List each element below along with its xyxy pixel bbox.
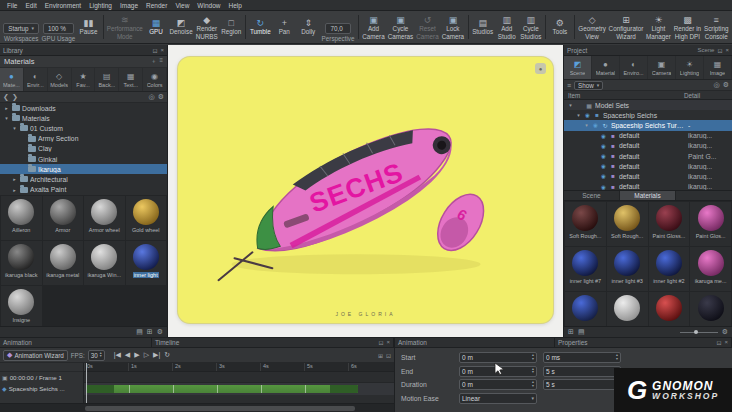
library-folder-row[interactable]: ▾ Materials: [0, 113, 167, 123]
animation-wizard-button[interactable]: ◆ Animation Wizard: [3, 350, 68, 361]
filter-icon[interactable]: ≡: [567, 82, 571, 89]
spaceship-render[interactable]: SECHS 6: [178, 57, 553, 323]
toolbar-button[interactable]: [545, 15, 546, 39]
toolbar-button[interactable]: + Pan: [272, 12, 296, 42]
library-tab[interactable]: ● Mate...: [0, 68, 24, 91]
expand-arrow-icon[interactable]: ▸: [11, 187, 18, 193]
list-view-icon[interactable]: ▤: [578, 328, 585, 336]
library-folder-row[interactable]: ▸ Axalta Paint: [0, 185, 167, 195]
toolbar-button[interactable]: Startup▾ Workspaces: [2, 12, 40, 42]
expand-arrow-icon[interactable]: ▾: [567, 102, 574, 108]
toolbar-button[interactable]: ⚙ Tools: [548, 12, 572, 42]
project-subtab[interactable]: Scene: [564, 191, 620, 200]
track-label-row[interactable]: ◆ Spaceship Seichs ...: [0, 383, 83, 394]
animation-clip-bar[interactable]: [86, 385, 358, 393]
transport-button[interactable]: ▷: [144, 351, 149, 359]
library-folder-row[interactable]: Ikaruga: [0, 164, 167, 174]
library-folder-row[interactable]: Army Section: [0, 134, 167, 144]
toolbar-button[interactable]: ⊞ Configurator Wizard: [607, 12, 644, 42]
menu-item[interactable]: View: [171, 2, 193, 9]
library-tab[interactable]: ◇ Models: [48, 68, 72, 91]
toolbar-button[interactable]: [103, 15, 104, 39]
scene-tree-row[interactable]: ◉ ■ default ikarug...: [564, 171, 732, 181]
spinner-arrows-icon[interactable]: ▴▾: [532, 368, 534, 375]
scene-tree-row[interactable]: ▾ ◉ ■ Spaceship Seichs: [564, 110, 732, 120]
project-subtab[interactable]: Materials: [620, 191, 676, 200]
scene-material-thumbnail[interactable]: Paint Gloss...: [649, 202, 690, 246]
toolbar-button[interactable]: ▥ Cycle Studios: [519, 12, 543, 42]
transport-button[interactable]: ▶: [134, 351, 139, 359]
toolbar-button[interactable]: ◩ Denoise: [168, 12, 194, 42]
visibility-eye-icon[interactable]: ◉: [600, 163, 607, 169]
dock-icon[interactable]: ⊡: [378, 339, 383, 346]
property-value-stepper[interactable]: 5 s ▴▾: [543, 366, 621, 377]
scene-material-thumbnail[interactable]: Paint Glos...: [690, 202, 731, 246]
toolbar-button[interactable]: ↻ Tumble: [248, 12, 272, 42]
toolbar-button[interactable]: ≡ Scripting Console: [703, 12, 730, 42]
property-value-stepper[interactable]: 0 ms ▴▾: [543, 352, 621, 363]
timeline-ruler[interactable]: 0s 1s 2s 3s 4s 5s 6s: [84, 363, 394, 372]
list-icon[interactable]: ≡: [159, 57, 163, 66]
toolbar-button[interactable]: ▥ Add Studio: [495, 12, 519, 42]
material-thumbnail[interactable]: Gold wheel: [126, 196, 167, 240]
material-thumbnail[interactable]: Armor wheel: [84, 196, 125, 240]
transport-button[interactable]: ◀: [125, 351, 130, 359]
library-folder-row[interactable]: Ginkai: [0, 154, 167, 164]
expand-arrow-icon[interactable]: ▸: [3, 105, 10, 111]
toolbar-button[interactable]: 70,0 Perspective: [320, 12, 356, 42]
property-value-stepper[interactable]: 5 s ▴▾: [543, 379, 621, 390]
transport-button[interactable]: ↻: [164, 351, 170, 359]
scene-material-thumbnail[interactable]: Soft Rough...: [607, 202, 648, 246]
scene-material-thumbnail[interactable]: [649, 292, 690, 326]
material-thumbnail[interactable]: Ailleron: [1, 196, 42, 240]
scene-tree-row[interactable]: ◉ ■ default Paint G...: [564, 151, 732, 161]
expand-arrow-icon[interactable]: ▾: [575, 112, 582, 118]
toolbar-button[interactable]: ☀ Light Manager: [645, 12, 673, 42]
scene-tree-row[interactable]: ▾ ▦ Model Sets: [564, 100, 732, 110]
project-tab[interactable]: ● Material: [592, 56, 620, 79]
spinner-arrows-icon[interactable]: ▴▾: [100, 352, 102, 359]
scene-material-thumbnail[interactable]: [607, 292, 648, 326]
add-icon[interactable]: ＋: [150, 57, 156, 66]
project-tab[interactable]: ▣ Camera: [648, 56, 676, 79]
menu-item[interactable]: File: [3, 2, 21, 9]
toolbar-button[interactable]: ▩ Render in High DPI: [672, 12, 702, 42]
settings-icon[interactable]: ⚙: [158, 93, 164, 101]
library-folder-row[interactable]: Clay: [0, 144, 167, 154]
settings-icon[interactable]: ⚙: [157, 328, 163, 336]
project-tab[interactable]: ▦ Image: [704, 56, 732, 79]
material-thumbnail[interactable]: ikaruga metal: [43, 241, 84, 285]
menu-item[interactable]: Help: [224, 2, 245, 9]
scene-material-thumbnail[interactable]: [690, 292, 731, 326]
library-folder-row[interactable]: ▸ Architectural: [0, 174, 167, 184]
toolbar-button[interactable]: ▣ Lock Camera: [440, 12, 465, 42]
toolbar-button[interactable]: ▣ Add Camera: [361, 12, 386, 42]
library-tab[interactable]: ◐ Envir...: [24, 68, 48, 91]
camera-lock-badge-icon[interactable]: ●: [535, 63, 546, 74]
toolbar-button[interactable]: ▤ Studios: [471, 12, 495, 42]
project-tab[interactable]: ◐ Enviro...: [620, 56, 648, 79]
scene-material-thumbnail[interactable]: ikaruga me...: [690, 247, 731, 291]
material-thumbnail[interactable]: Armor: [43, 196, 84, 240]
scrollbar-thumb[interactable]: [85, 406, 355, 411]
close-icon[interactable]: ×: [160, 47, 164, 54]
visibility-eye-icon[interactable]: ◉: [584, 112, 591, 118]
visibility-eye-icon[interactable]: ◉: [600, 143, 607, 149]
scene-tree-row[interactable]: ◉ ■ default ikarug...: [564, 141, 732, 151]
dock-icon[interactable]: ⊡: [716, 339, 721, 346]
search-icon[interactable]: ◎: [714, 81, 720, 89]
toolbar-button[interactable]: [358, 15, 359, 39]
menu-item[interactable]: Image: [116, 2, 142, 9]
toolbar-button[interactable]: [574, 15, 575, 39]
spinner-arrows-icon[interactable]: ▴▾: [616, 354, 618, 361]
visibility-eye-icon[interactable]: ◉: [600, 153, 607, 159]
timeline-dock-icon[interactable]: ⊡: [386, 352, 391, 359]
toolbar-button[interactable]: □ Region: [219, 12, 243, 42]
column-detail[interactable]: Detail: [684, 92, 732, 99]
library-tab[interactable]: ◉ Colors: [143, 68, 167, 91]
search-icon[interactable]: ◎: [149, 93, 155, 101]
scene-material-thumbnail[interactable]: Soft Rough...: [565, 202, 606, 246]
visibility-eye-icon[interactable]: ◉: [600, 173, 607, 179]
dock-icon[interactable]: ⊡: [717, 47, 722, 54]
menu-item[interactable]: Edit: [21, 2, 40, 9]
